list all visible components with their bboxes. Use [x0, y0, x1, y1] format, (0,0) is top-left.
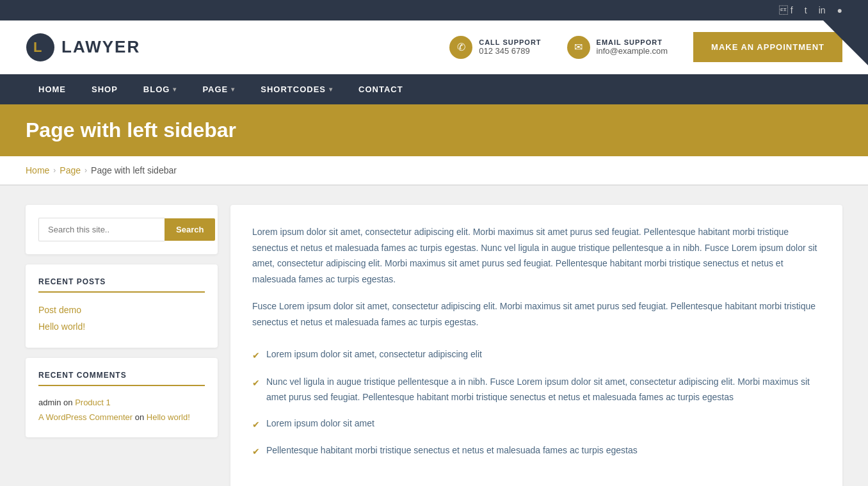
checklist-item-3: Lorem ipsum dolor sit amet — [252, 410, 821, 438]
email-support-label: EMAIL SUPPORT — [597, 38, 668, 46]
recent-post-2[interactable]: Hello world! — [38, 318, 205, 335]
page-chevron: ▾ — [231, 86, 235, 93]
main-area: Search RECENT POSTS Post demo Hello worl… — [0, 186, 868, 486]
recent-posts-widget: RECENT POSTS Post demo Hello world! — [26, 264, 218, 348]
recent-comments-widget: RECENT COMMENTS admin on Product 1 A Wor… — [26, 358, 218, 437]
recent-posts-title: RECENT POSTS — [38, 277, 205, 293]
email-support-value: info@example.com — [597, 46, 668, 56]
breadcrumb-parent[interactable]: Page — [60, 165, 81, 175]
comment-2-post[interactable]: Hello world! — [147, 412, 190, 422]
instagram-icon[interactable]: ● — [837, 5, 842, 15]
search-widget: Search — [26, 205, 218, 254]
shortcodes-chevron: ▾ — [329, 86, 333, 93]
top-bar:  f t in ● — [0, 0, 868, 20]
logo-area[interactable]: L LAWYER — [26, 33, 140, 62]
email-icon: ✉ — [567, 36, 590, 59]
checklist-item-4: Pellentesque habitant morbi tristique se… — [252, 437, 821, 465]
appointment-button[interactable]: MAKE AN APPOINTMENT — [693, 32, 842, 62]
search-button[interactable]: Search — [165, 218, 215, 241]
twitter-icon[interactable]: t — [805, 5, 807, 15]
breadcrumb-home[interactable]: Home — [26, 165, 49, 175]
nav-shortcodes[interactable]: SHORTCODES ▾ — [248, 74, 346, 104]
phone-icon: ✆ — [449, 36, 472, 59]
header-right: ✆ CALL SUPPORT 012 345 6789 ✉ EMAIL SUPP… — [449, 32, 842, 62]
linkedin-icon[interactable]: in — [819, 5, 826, 15]
nav-page[interactable]: PAGE ▾ — [189, 74, 248, 104]
comment-2: A WordPress Commenter on Hello world! — [38, 410, 205, 425]
comment-2-on: on — [135, 412, 147, 422]
recent-comments-title: RECENT COMMENTS — [38, 371, 205, 386]
checklist-item-2: Nunc vel ligula in augue tristique pelle… — [252, 369, 821, 410]
blog-chevron: ▾ — [173, 86, 177, 93]
nav-contact[interactable]: CONTACT — [346, 74, 416, 104]
search-input[interactable] — [38, 218, 165, 241]
logo-icon: L — [26, 33, 55, 62]
call-support-info: ✆ CALL SUPPORT 012 345 6789 — [449, 36, 541, 59]
call-support-label: CALL SUPPORT — [479, 38, 541, 46]
comment-1-post[interactable]: Product 1 — [75, 398, 111, 407]
breadcrumb-sep2: › — [84, 166, 87, 175]
recent-post-1[interactable]: Post demo — [38, 302, 205, 318]
site-name: LAWYER — [61, 37, 140, 57]
page-banner: Page with left sidebar — [0, 104, 868, 156]
checklist: Lorem ipsum dolor sit amet, consectetur … — [252, 341, 821, 465]
breadcrumb: Home › Page › Page with left sidebar — [0, 156, 868, 186]
comment-1-author: admin — [38, 398, 61, 407]
facebook-icon[interactable]:  f — [779, 5, 793, 15]
content-paragraph-1: Lorem ipsum dolor sit amet, consectetur … — [252, 224, 821, 287]
breadcrumb-sep1: › — [53, 166, 56, 175]
main-nav: HOME SHOP BLOG ▾ PAGE ▾ SHORTCODES ▾ CON… — [0, 74, 868, 104]
email-support-info: ✉ EMAIL SUPPORT info@example.com — [567, 36, 668, 59]
checklist-item-1: Lorem ipsum dolor sit amet, consectetur … — [252, 341, 821, 369]
nav-shop[interactable]: SHOP — [79, 74, 131, 104]
call-support-number: 012 345 6789 — [479, 46, 541, 56]
top-accent — [823, 20, 868, 65]
content-paragraph-2: Fusce Lorem ipsum dolor sit amet, consec… — [252, 298, 821, 330]
nav-blog[interactable]: BLOG ▾ — [131, 74, 190, 104]
sidebar: Search RECENT POSTS Post demo Hello worl… — [26, 205, 218, 437]
breadcrumb-current: Page with left sidebar — [91, 165, 177, 175]
comment-2-author[interactable]: A WordPress Commenter — [38, 412, 133, 422]
site-header: L LAWYER ✆ CALL SUPPORT 012 345 6789 ✉ E… — [0, 20, 868, 74]
page-title: Page with left sidebar — [26, 118, 842, 142]
svg-text:L: L — [33, 39, 42, 55]
comment-1: admin on Product 1 — [38, 395, 205, 410]
main-content: Lorem ipsum dolor sit amet, consectetur … — [230, 205, 842, 486]
nav-home[interactable]: HOME — [26, 74, 79, 104]
comment-1-on: on — [63, 398, 75, 407]
